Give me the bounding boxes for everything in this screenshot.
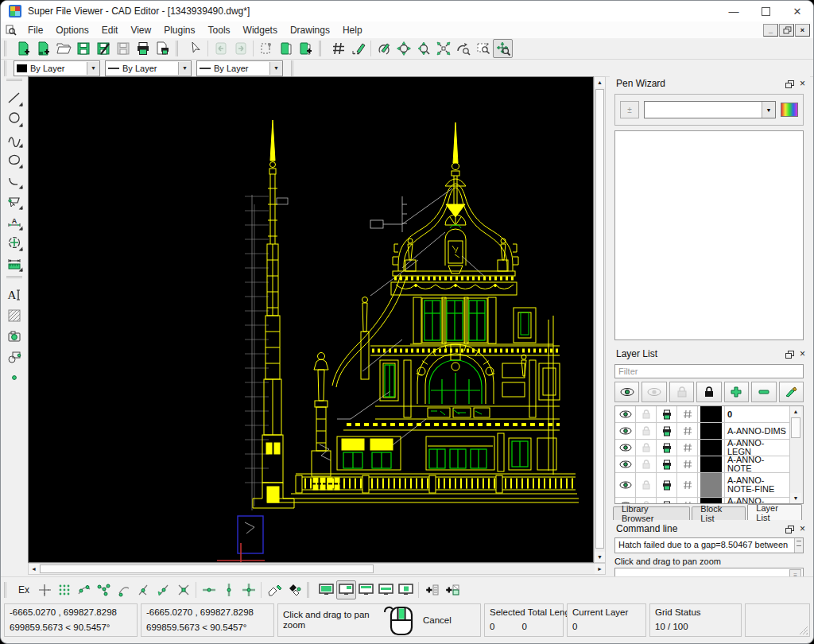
scroll-up-arrow[interactable]: ▲ — [595, 77, 605, 87]
track-vertical-button[interactable] — [219, 580, 238, 599]
layer-visible-eye-icon[interactable] — [615, 423, 636, 439]
view-top-button[interactable] — [356, 580, 376, 599]
layer-hash-icon[interactable] — [677, 456, 698, 472]
new-file-button[interactable] — [14, 39, 33, 58]
drawing-canvas[interactable] — [28, 76, 594, 563]
zoom-extents-button[interactable] — [433, 39, 453, 58]
toolbar-grip[interactable] — [176, 41, 182, 56]
rotate-view-button[interactable] — [374, 39, 393, 58]
layer-print-icon[interactable] — [657, 498, 677, 504]
grid-toggle-button[interactable] — [328, 39, 348, 58]
canvas-horizontal-scrollbar[interactable]: ◄ ► — [28, 563, 606, 575]
menu-item-help[interactable]: Help — [336, 23, 369, 37]
color-combo[interactable]: By Layer ▼ — [14, 60, 100, 76]
layer-name[interactable]: A-ANNO-DIMS — [725, 423, 790, 439]
close-button[interactable]: ✕ — [781, 1, 813, 21]
zoom-previous-button[interactable] — [453, 39, 473, 58]
layer-print-icon[interactable] — [657, 473, 677, 497]
snap-crosshair-button[interactable] — [34, 580, 54, 599]
toolbar-grip[interactable] — [319, 41, 325, 56]
layer-wizard-button[interactable] — [779, 382, 804, 402]
layer-row[interactable]: A-ANNO-DIMS — [615, 423, 790, 440]
spline-tool-button[interactable] — [4, 129, 25, 149]
circle-tool-button[interactable] — [4, 108, 25, 129]
layer-visible-eye-icon[interactable] — [615, 456, 636, 472]
scroll-left-arrow[interactable]: ◄ — [29, 564, 39, 574]
menu-item-file[interactable]: File — [21, 23, 49, 37]
layer-row[interactable]: A-ANNO-NOTE-FINE — [615, 473, 790, 498]
center-mark-tool-button[interactable] — [4, 232, 25, 253]
layer-color-swatch[interactable] — [698, 406, 725, 422]
snap-intersection-button[interactable] — [173, 580, 193, 599]
point-tool-button[interactable] — [4, 367, 25, 388]
pen-wizard-list[interactable] — [614, 130, 804, 340]
snap-nearest-button[interactable] — [114, 580, 134, 599]
menu-item-view[interactable]: View — [124, 23, 157, 37]
layer-visible-eye-icon[interactable] — [615, 498, 636, 504]
layer-lock-icon[interactable] — [636, 498, 657, 504]
layer-visible-eye-icon[interactable] — [615, 440, 636, 456]
pen-wizard-pin-button[interactable]: ± — [620, 101, 639, 118]
new-file-alt-button[interactable] — [33, 39, 53, 58]
toolbar-grip[interactable] — [307, 582, 313, 598]
pen-snap-light-button[interactable] — [264, 580, 284, 599]
add-layout-button[interactable] — [441, 580, 461, 599]
scroll-down-arrow[interactable]: ▼ — [790, 493, 801, 503]
layer-filter-input[interactable]: Filter — [614, 364, 804, 378]
redo-button[interactable] — [231, 39, 250, 58]
paste-region-button[interactable] — [256, 39, 276, 58]
lineweight-combo[interactable]: By Layer ▼ — [196, 60, 283, 76]
toolbar-grip[interactable] — [4, 41, 10, 56]
layer-lock-icon[interactable] — [636, 456, 657, 472]
text-tool-button[interactable]: A — [4, 285, 25, 305]
chevron-down-icon[interactable]: ▼ — [178, 62, 191, 75]
layer-color-swatch[interactable] — [698, 456, 725, 472]
save-as-button[interactable] — [93, 39, 113, 58]
shape-tool-button[interactable] — [4, 347, 25, 367]
canvas-vertical-scrollbar[interactable]: ▲ ▼ — [594, 76, 606, 563]
mdi-minimize-button[interactable]: _ — [763, 24, 778, 37]
layer-lock-icon[interactable] — [636, 406, 657, 422]
snap-perpendicular-button[interactable] — [134, 580, 153, 599]
layer-print-icon[interactable] — [657, 423, 677, 439]
layer-color-swatch[interactable] — [698, 498, 725, 504]
zoom-window-button[interactable] — [473, 39, 493, 58]
measure-tool-button[interactable] — [4, 253, 25, 274]
snap-tangent-button[interactable] — [74, 580, 94, 599]
tab-block-list[interactable]: Block List — [692, 506, 746, 520]
color-palette-button[interactable] — [781, 103, 798, 117]
layer-hash-icon[interactable] — [677, 498, 698, 504]
print-export-button[interactable] — [153, 39, 172, 58]
close-panel-icon[interactable]: × — [800, 350, 805, 358]
menu-item-options[interactable]: Options — [49, 23, 95, 37]
minimize-button[interactable]: — — [718, 1, 750, 21]
unlock-all-layers-button[interactable] — [669, 382, 694, 402]
save-all-button[interactable] — [113, 39, 133, 58]
open-file-button[interactable] — [53, 39, 73, 58]
image-tool-button[interactable] — [4, 326, 25, 347]
tab-library-browser[interactable]: Library Browser — [613, 506, 690, 520]
layer-color-swatch[interactable] — [698, 423, 725, 439]
zoom-scale-button[interactable] — [413, 39, 433, 58]
draft-mode-button[interactable] — [348, 39, 368, 58]
scroll-right-arrow[interactable]: ► — [595, 564, 605, 574]
snap-extension-button[interactable] — [153, 580, 173, 599]
mdi-close-button[interactable]: × — [795, 24, 810, 37]
command-history-scrollbar[interactable] — [794, 538, 803, 553]
lock-all-layers-button[interactable] — [696, 382, 721, 402]
mdi-restore-button[interactable] — [779, 24, 794, 37]
toolbar-grip[interactable] — [291, 60, 297, 76]
menu-item-widgets[interactable]: Widgets — [237, 23, 284, 37]
layer-visible-eye-icon[interactable] — [615, 406, 636, 422]
chevron-down-icon[interactable]: ▼ — [87, 62, 99, 75]
layer-name[interactable]: A-ANNO-NOTE-FINE — [725, 473, 790, 497]
select-cursor-button[interactable] — [185, 39, 205, 58]
layer-print-icon[interactable] — [657, 456, 677, 472]
hide-all-layers-button[interactable] — [642, 382, 666, 402]
hatch-tool-button[interactable] — [4, 305, 25, 326]
maximize-button[interactable] — [750, 1, 781, 21]
find-icon[interactable] — [6, 25, 17, 36]
menu-item-tools[interactable]: Tools — [202, 23, 237, 37]
toolbar-grip[interactable] — [6, 276, 22, 282]
chevron-down-icon[interactable]: ▼ — [269, 62, 282, 75]
